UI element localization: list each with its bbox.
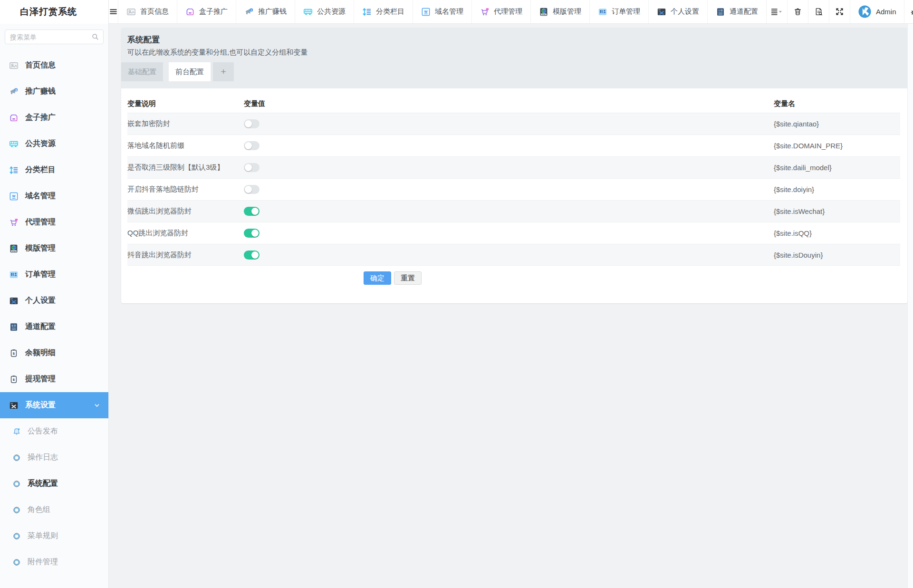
app-window: 白泽打赏系统 首页信息 推广赚钱 盒子推广 公共资源 分类栏目 域名管理 代理管… [0, 0, 913, 588]
settings-button[interactable] [904, 0, 913, 23]
sidebar-item-label: 域名管理 [25, 191, 56, 201]
topnav-tab-home-info[interactable]: 首页信息 [118, 0, 177, 23]
reset-button[interactable]: 重置 [394, 271, 422, 285]
search-input[interactable] [5, 29, 104, 44]
sidebar-item-personal-settings[interactable]: 个人设置 [0, 288, 108, 314]
confirm-button[interactable]: 确定 [364, 271, 391, 285]
topnav-tab-label: 个人设置 [671, 7, 699, 16]
sidebar-item-domains[interactable]: 域名管理 [0, 183, 108, 209]
toggle-knob [251, 208, 259, 215]
sidebar-item-label: 角色组 [28, 505, 50, 515]
sidebar-item-label: 系统设置 [25, 400, 56, 410]
page-title: 系统配置 [121, 28, 907, 45]
cart-icon [9, 218, 19, 227]
sidebar-item-label: 首页信息 [25, 60, 56, 70]
sidebar-item-label: 提现管理 [25, 374, 56, 384]
variable-name: {$site.isDouyin} [774, 251, 900, 259]
toggle-switch[interactable] [244, 229, 259, 238]
sidebar-item-orders[interactable]: 订单管理 [0, 261, 108, 288]
sidebar-item-channel-config[interactable]: 通道配置 [0, 314, 108, 340]
megaphone-icon [244, 7, 254, 17]
scrollbar[interactable] [907, 24, 913, 588]
table-row: 开启抖音落地隐链防封 {$site.doiyin} [127, 178, 900, 200]
sidebar-subitem-menu-rules[interactable]: 菜单规则 [0, 523, 108, 549]
sidebar-item-templates[interactable]: 模版管理 [0, 235, 108, 261]
system-config-panel: 系统配置 可以在此增改系统的变量和分组,也可以自定义分组和变量 基础配置 前台配… [121, 28, 907, 303]
sidebar-subitem-operation-logs[interactable]: 操作日志 [0, 444, 108, 471]
sidebar-item-promo-earn[interactable]: 推广赚钱 [0, 78, 108, 105]
toggle-knob [251, 251, 259, 259]
sidebar-toggle-button[interactable] [109, 0, 118, 23]
sidebar-item-label: 推广赚钱 [25, 87, 56, 96]
sidebar-item-home-info[interactable]: 首页信息 [0, 52, 108, 78]
tab-list-dropdown-button[interactable] [766, 0, 787, 23]
sidebar-item-balance-detail[interactable]: 余额明细 [0, 340, 108, 366]
toggle-knob [245, 186, 252, 193]
toggle-switch[interactable] [244, 207, 259, 216]
table-row: 嵌套加密防封 {$site.qiantao} [127, 113, 900, 135]
topnav-tab-domains[interactable]: 域名管理 [413, 0, 471, 23]
toggle-switch[interactable] [244, 163, 259, 172]
config-tabs: 基础配置 前台配置 + [121, 62, 907, 81]
sidebar-item-label: 系统配置 [28, 479, 58, 489]
sidebar-item-label: 代理管理 [25, 217, 56, 227]
cart-icon [480, 7, 490, 17]
ring-icon [12, 480, 21, 488]
tools-window-icon [9, 401, 19, 410]
topnav-tab-promo-earn[interactable]: 推广赚钱 [236, 0, 295, 23]
sidebar-item-public-resources[interactable]: 公共资源 [0, 131, 108, 157]
megaphone-icon [9, 87, 19, 96]
sidebar-subitem-system-config[interactable]: 系统配置 [0, 471, 108, 497]
username: Admin [876, 8, 896, 16]
clear-cache-button[interactable] [787, 0, 808, 23]
sidebar-item-system-settings[interactable]: 系统设置 [0, 392, 108, 418]
toggle-switch[interactable] [244, 185, 259, 194]
sidebar-item-withdraw[interactable]: 提现管理 [0, 366, 108, 392]
sidebar-item-box-promo[interactable]: 盒子推广 [0, 105, 108, 131]
sidebar: 白泽打赏系统 首页信息 推广赚钱 盒子推广 公共资源 分类栏目 域名管理 代理管… [0, 0, 109, 588]
view-logs-button[interactable] [808, 0, 829, 23]
table-row: QQ跳出浏览器防封 {$site.isQQ} [127, 222, 900, 244]
topnav-tab-orders[interactable]: 订单管理 [589, 0, 648, 23]
topnav-tab-channel-config[interactable]: 通道配置 [707, 0, 766, 23]
sidebar-item-label: 公告发布 [28, 426, 58, 436]
sidebar-item-label: 操作日志 [28, 453, 58, 463]
hamburger-icon [109, 7, 118, 16]
tab-add-group[interactable]: + [213, 62, 234, 81]
sidebar-item-label: 公共资源 [25, 139, 56, 149]
sidebar-subitem-announcements[interactable]: 公告发布 [0, 418, 108, 444]
toggle-switch[interactable] [244, 141, 259, 150]
sidebar-item-label: 模版管理 [25, 243, 56, 253]
topnav-tab-public-resources[interactable]: 公共资源 [295, 0, 354, 23]
topnav-tab-templates[interactable]: 模版管理 [530, 0, 589, 23]
sidebar-subitem-role-groups[interactable]: 角色组 [0, 497, 108, 523]
toggle-knob [245, 142, 252, 149]
topnav-tab-label: 代理管理 [494, 7, 522, 16]
topnav-tab-personal-settings[interactable]: 个人设置 [648, 0, 707, 23]
topnav-tab-categories[interactable]: 分类栏目 [354, 0, 413, 23]
tab-basic-config[interactable]: 基础配置 [121, 62, 163, 81]
truck-icon [303, 7, 313, 17]
dollar-doc-icon [9, 322, 19, 332]
fullscreen-button[interactable] [829, 0, 850, 23]
toggle-switch[interactable] [244, 119, 259, 128]
column-header-value: 变量值 [244, 99, 774, 108]
ring-icon [12, 558, 21, 567]
toggle-switch[interactable] [244, 251, 259, 260]
variable-name: {$site.doiyin} [774, 185, 900, 193]
sidebar-subitem-attachments[interactable]: 附件管理 [0, 549, 108, 575]
topnav-tab-box-promo[interactable]: 盒子推广 [177, 0, 236, 23]
trash-icon [793, 7, 802, 16]
sidebar-item-categories[interactable]: 分类栏目 [0, 157, 108, 183]
topbar: 首页信息 盒子推广 推广赚钱 公共资源 分类栏目 域名管理 代理管理 模版管理 … [109, 0, 913, 24]
settings-table: 嵌套加密防封 {$site.qiantao} 落地域名随机前缀 {$site.D… [127, 113, 900, 266]
variable-name: {$site.qiantao} [774, 120, 900, 128]
topnav-tab-label: 分类栏目 [376, 7, 404, 16]
table-row: 落地域名随机前缀 {$site.DOMAIN_PRE} [127, 135, 900, 156]
tools-window-icon [9, 296, 19, 306]
tab-frontend-config[interactable]: 前台配置 [169, 62, 211, 81]
topnav-tab-agents[interactable]: 代理管理 [471, 0, 530, 23]
user-menu[interactable]: Admin [850, 0, 904, 23]
sidebar-item-agents[interactable]: 代理管理 [0, 209, 108, 235]
truck-icon [9, 139, 19, 149]
